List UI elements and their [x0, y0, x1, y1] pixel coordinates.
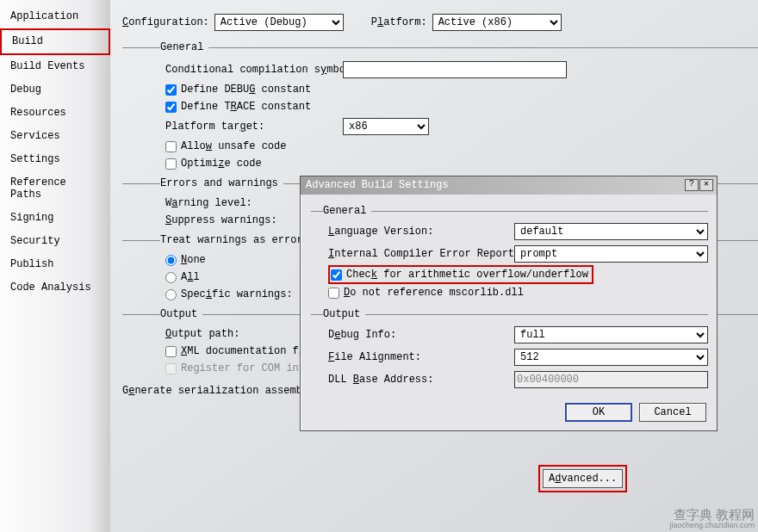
internal-err-label: Internal Compiler Error Reporting: [328, 248, 509, 260]
sidebar-item-code-analysis[interactable]: Code Analysis [0, 276, 110, 300]
dialog-title-text: Advanced Build Settings [306, 179, 684, 191]
output-legend: Output [160, 308, 202, 320]
sidebar-item-signing[interactable]: Signing [0, 207, 110, 230]
sidebar-item-publish[interactable]: Publish [0, 253, 110, 276]
watermark-small: jiaocheng.chazidian.com [669, 522, 755, 530]
file-alignment-select[interactable]: 512 [514, 349, 708, 366]
close-icon[interactable]: ✕ [699, 179, 713, 191]
gen-ser-label: Generate serialization assembly: [122, 385, 320, 397]
platform-select[interactable]: Active (x86) [432, 14, 562, 31]
internal-err-select[interactable]: prompt [514, 245, 708, 263]
dialog-general-fieldset: General Language Version: default Intern… [311, 205, 708, 303]
cancel-button[interactable]: Cancel [639, 403, 706, 422]
sidebar-item-resources[interactable]: Resources [0, 102, 110, 125]
sidebar-item-build-events[interactable]: Build Events [0, 55, 110, 78]
sidebar-item-debug[interactable]: Debug [0, 78, 110, 102]
dialog-titlebar: Advanced Build Settings ? ✕ [301, 176, 717, 195]
platform-target-label: Platform target: [165, 121, 338, 133]
dll-base-label: DLL Base Address: [328, 374, 509, 386]
configuration-select[interactable]: Active (Debug) [214, 14, 344, 31]
debug-info-select[interactable]: full [514, 326, 708, 343]
treat-all-radio[interactable] [165, 272, 177, 283]
optimize-checkbox[interactable] [165, 158, 177, 170]
treat-all-label: All [181, 271, 200, 283]
define-trace-checkbox[interactable] [165, 102, 177, 113]
lang-version-select[interactable]: default [514, 223, 708, 240]
platform-label: Platform: [371, 16, 427, 28]
define-debug-label: Define DEBUG constant [181, 84, 311, 96]
allow-unsafe-checkbox[interactable] [165, 141, 177, 152]
cond-sym-label: Conditional compilation symbols: [165, 64, 338, 76]
sidebar-item-services[interactable]: Services [0, 125, 110, 148]
treat-none-label: None [181, 254, 206, 266]
configuration-label: Configuration: [122, 16, 209, 28]
treat-specific-label: Specific warnings: [181, 288, 293, 300]
lang-version-label: Language Version: [328, 226, 509, 238]
advanced-button-highlight: Advanced... [538, 465, 627, 492]
file-alignment-label: File Alignment: [328, 351, 509, 363]
optimize-label: Optimize code [181, 158, 262, 170]
treat-legend: Treat warnings as errors [160, 234, 314, 246]
dll-base-input [514, 371, 708, 388]
watermark: 查字典 教程网 jiaocheng.chazidian.com [669, 508, 755, 530]
dialog-output-fieldset: Output Debug Info: full File Alignment: … [311, 308, 708, 393]
cond-sym-input[interactable] [343, 61, 567, 78]
sidebar: Application Build Build Events Debug Res… [0, 0, 110, 532]
no-mscorlib-checkbox[interactable] [328, 288, 339, 299]
treat-none-radio[interactable] [165, 255, 177, 266]
register-com-checkbox [165, 363, 177, 374]
watermark-big: 查字典 教程网 [669, 508, 755, 523]
advanced-button[interactable]: Advanced... [543, 469, 623, 488]
dialog-output-legend: Output [323, 308, 365, 320]
sidebar-item-settings[interactable]: Settings [0, 148, 110, 171]
allow-unsafe-label: Allow unsafe code [181, 140, 286, 152]
advanced-build-dialog: Advanced Build Settings ? ✕ General Lang… [300, 176, 718, 431]
platform-target-select[interactable]: x86 [343, 118, 429, 135]
debug-info-label: Debug Info: [328, 329, 509, 341]
xml-doc-checkbox[interactable] [165, 346, 177, 357]
define-trace-label: Define TRACE constant [181, 101, 311, 113]
sidebar-item-build[interactable]: Build [0, 28, 110, 55]
check-overflow-label: Check for arithmetic overflow/underflow [346, 269, 588, 281]
sidebar-item-security[interactable]: Security [0, 230, 110, 253]
no-mscorlib-label: Do not reference mscorlib.dll [344, 287, 524, 299]
help-icon[interactable]: ? [685, 179, 699, 191]
general-fieldset: General Conditional compilation symbols:… [122, 41, 758, 172]
sidebar-item-reference-paths[interactable]: Reference Paths [0, 171, 110, 207]
dialog-general-legend: General [323, 205, 371, 217]
check-overflow-checkbox[interactable] [331, 269, 342, 281]
ok-button[interactable]: OK [565, 403, 632, 422]
define-debug-checkbox[interactable] [165, 84, 177, 96]
general-legend: General [160, 41, 208, 53]
sidebar-item-application[interactable]: Application [0, 5, 110, 28]
treat-specific-radio[interactable] [165, 289, 177, 300]
errors-legend: Errors and warnings [160, 177, 283, 189]
check-overflow-highlight: Check for arithmetic overflow/underflow [328, 265, 593, 284]
